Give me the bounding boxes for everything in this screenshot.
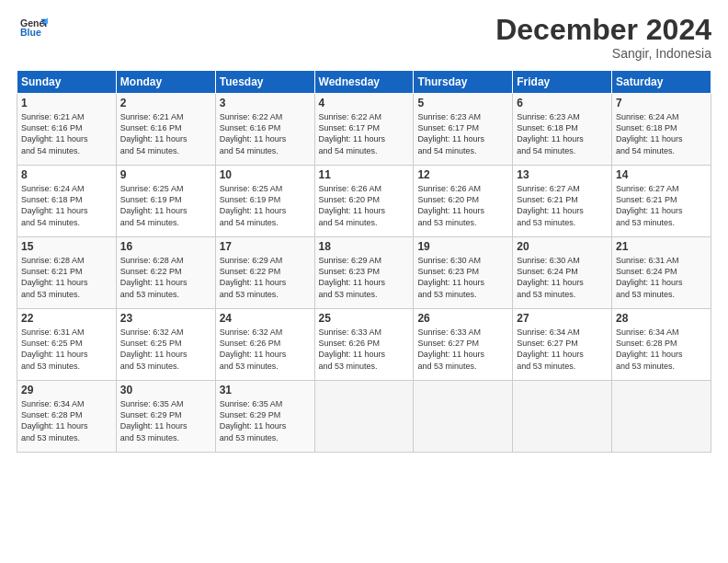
day-info: Sunrise: 6:22 AM Sunset: 6:17 PM Dayligh… [319, 111, 410, 156]
day-info: Sunrise: 6:35 AM Sunset: 6:29 PM Dayligh… [120, 398, 211, 443]
day-number: 14 [616, 168, 707, 181]
day-number: 7 [616, 97, 707, 109]
day-number: 1 [21, 97, 112, 109]
day-info: Sunrise: 6:32 AM Sunset: 6:25 PM Dayligh… [120, 327, 211, 372]
table-row: 29Sunrise: 6:34 AM Sunset: 6:28 PM Dayli… [17, 381, 117, 453]
table-row: 1Sunrise: 6:21 AM Sunset: 6:16 PM Daylig… [17, 94, 117, 166]
week-row-3: 15Sunrise: 6:28 AM Sunset: 6:21 PM Dayli… [17, 237, 711, 309]
week-row-5: 29Sunrise: 6:34 AM Sunset: 6:28 PM Dayli… [17, 381, 711, 453]
day-info: Sunrise: 6:32 AM Sunset: 6:26 PM Dayligh… [220, 327, 311, 372]
day-info: Sunrise: 6:34 AM Sunset: 6:28 PM Dayligh… [21, 398, 112, 443]
day-number: 12 [417, 168, 508, 181]
table-row: 27Sunrise: 6:34 AM Sunset: 6:27 PM Dayli… [513, 309, 612, 381]
col-saturday: Saturday [612, 71, 711, 94]
day-number: 2 [120, 97, 211, 109]
page: General Blue December 2024 Sangir, Indon… [0, 0, 728, 563]
day-number: 25 [319, 312, 410, 325]
day-number: 20 [517, 240, 608, 253]
day-number: 8 [21, 168, 112, 181]
day-info: Sunrise: 6:28 AM Sunset: 6:21 PM Dayligh… [21, 255, 112, 300]
day-info: Sunrise: 6:35 AM Sunset: 6:29 PM Dayligh… [220, 398, 311, 443]
table-row: 24Sunrise: 6:32 AM Sunset: 6:26 PM Dayli… [215, 309, 314, 381]
day-info: Sunrise: 6:31 AM Sunset: 6:25 PM Dayligh… [21, 327, 112, 372]
day-number: 15 [21, 240, 112, 253]
week-row-1: 1Sunrise: 6:21 AM Sunset: 6:16 PM Daylig… [17, 94, 711, 166]
table-row [513, 381, 612, 453]
table-row: 18Sunrise: 6:29 AM Sunset: 6:23 PM Dayli… [314, 237, 414, 309]
table-row: 10Sunrise: 6:25 AM Sunset: 6:19 PM Dayli… [215, 166, 314, 237]
calendar-header-row: Sunday Monday Tuesday Wednesday Thursday… [17, 71, 711, 94]
table-row: 4Sunrise: 6:22 AM Sunset: 6:17 PM Daylig… [314, 94, 414, 166]
col-monday: Monday [116, 71, 215, 94]
day-number: 19 [417, 240, 508, 253]
day-info: Sunrise: 6:21 AM Sunset: 6:16 PM Dayligh… [120, 111, 211, 156]
col-friday: Friday [513, 71, 612, 94]
table-row: 17Sunrise: 6:29 AM Sunset: 6:22 PM Dayli… [215, 237, 314, 309]
day-number: 4 [319, 97, 410, 109]
table-row [612, 381, 711, 453]
table-row: 14Sunrise: 6:27 AM Sunset: 6:21 PM Dayli… [612, 166, 711, 237]
table-row: 12Sunrise: 6:26 AM Sunset: 6:20 PM Dayli… [414, 166, 513, 237]
day-number: 6 [517, 97, 608, 109]
day-info: Sunrise: 6:30 AM Sunset: 6:23 PM Dayligh… [417, 255, 508, 300]
week-row-4: 22Sunrise: 6:31 AM Sunset: 6:25 PM Dayli… [17, 309, 711, 381]
day-info: Sunrise: 6:24 AM Sunset: 6:18 PM Dayligh… [21, 183, 112, 228]
day-number: 24 [220, 312, 311, 325]
day-info: Sunrise: 6:22 AM Sunset: 6:16 PM Dayligh… [220, 111, 311, 156]
table-row: 7Sunrise: 6:24 AM Sunset: 6:18 PM Daylig… [612, 94, 711, 166]
table-row: 9Sunrise: 6:25 AM Sunset: 6:19 PM Daylig… [116, 166, 215, 237]
day-number: 18 [319, 240, 410, 253]
day-info: Sunrise: 6:27 AM Sunset: 6:21 PM Dayligh… [517, 183, 608, 228]
day-info: Sunrise: 6:28 AM Sunset: 6:22 PM Dayligh… [120, 255, 211, 300]
day-info: Sunrise: 6:26 AM Sunset: 6:20 PM Dayligh… [319, 183, 410, 228]
table-row: 26Sunrise: 6:33 AM Sunset: 6:27 PM Dayli… [414, 309, 513, 381]
table-row: 25Sunrise: 6:33 AM Sunset: 6:26 PM Dayli… [314, 309, 414, 381]
table-row: 22Sunrise: 6:31 AM Sunset: 6:25 PM Dayli… [17, 309, 117, 381]
col-thursday: Thursday [414, 71, 513, 94]
day-number: 13 [517, 168, 608, 181]
day-info: Sunrise: 6:24 AM Sunset: 6:18 PM Dayligh… [616, 111, 707, 156]
col-wednesday: Wednesday [314, 71, 414, 94]
table-row: 31Sunrise: 6:35 AM Sunset: 6:29 PM Dayli… [215, 381, 314, 453]
col-sunday: Sunday [17, 71, 117, 94]
table-row: 8Sunrise: 6:24 AM Sunset: 6:18 PM Daylig… [17, 166, 117, 237]
day-info: Sunrise: 6:29 AM Sunset: 6:23 PM Dayligh… [319, 255, 410, 300]
day-number: 26 [417, 312, 508, 325]
day-info: Sunrise: 6:34 AM Sunset: 6:27 PM Dayligh… [517, 327, 608, 372]
day-info: Sunrise: 6:23 AM Sunset: 6:18 PM Dayligh… [517, 111, 608, 156]
svg-text:Blue: Blue [20, 27, 41, 38]
day-number: 29 [21, 384, 112, 396]
table-row: 16Sunrise: 6:28 AM Sunset: 6:22 PM Dayli… [116, 237, 215, 309]
day-info: Sunrise: 6:34 AM Sunset: 6:28 PM Dayligh… [616, 327, 707, 372]
day-number: 23 [120, 312, 211, 325]
location: Sangir, Indonesia [495, 46, 711, 61]
day-info: Sunrise: 6:26 AM Sunset: 6:20 PM Dayligh… [417, 183, 508, 228]
table-row: 6Sunrise: 6:23 AM Sunset: 6:18 PM Daylig… [513, 94, 612, 166]
table-row: 21Sunrise: 6:31 AM Sunset: 6:24 PM Dayli… [612, 237, 711, 309]
day-info: Sunrise: 6:21 AM Sunset: 6:16 PM Dayligh… [21, 111, 112, 156]
table-row: 11Sunrise: 6:26 AM Sunset: 6:20 PM Dayli… [314, 166, 414, 237]
day-number: 30 [120, 384, 211, 396]
day-info: Sunrise: 6:23 AM Sunset: 6:17 PM Dayligh… [417, 111, 508, 156]
table-row: 5Sunrise: 6:23 AM Sunset: 6:17 PM Daylig… [414, 94, 513, 166]
day-number: 16 [120, 240, 211, 253]
calendar-table: Sunday Monday Tuesday Wednesday Thursday… [17, 70, 711, 453]
day-number: 27 [517, 312, 608, 325]
title-block: December 2024 Sangir, Indonesia [495, 14, 711, 61]
day-number: 5 [417, 97, 508, 109]
day-info: Sunrise: 6:25 AM Sunset: 6:19 PM Dayligh… [120, 183, 211, 228]
day-info: Sunrise: 6:25 AM Sunset: 6:19 PM Dayligh… [220, 183, 311, 228]
table-row: 28Sunrise: 6:34 AM Sunset: 6:28 PM Dayli… [612, 309, 711, 381]
table-row: 3Sunrise: 6:22 AM Sunset: 6:16 PM Daylig… [215, 94, 314, 166]
day-number: 28 [616, 312, 707, 325]
logo-icon: General Blue [20, 14, 48, 41]
table-row: 20Sunrise: 6:30 AM Sunset: 6:24 PM Dayli… [513, 237, 612, 309]
table-row [314, 381, 414, 453]
table-row: 15Sunrise: 6:28 AM Sunset: 6:21 PM Dayli… [17, 237, 117, 309]
day-info: Sunrise: 6:31 AM Sunset: 6:24 PM Dayligh… [616, 255, 707, 300]
day-number: 11 [319, 168, 410, 181]
logo: General Blue [17, 14, 48, 47]
table-row: 23Sunrise: 6:32 AM Sunset: 6:25 PM Dayli… [116, 309, 215, 381]
table-row: 30Sunrise: 6:35 AM Sunset: 6:29 PM Dayli… [116, 381, 215, 453]
week-row-2: 8Sunrise: 6:24 AM Sunset: 6:18 PM Daylig… [17, 166, 711, 237]
